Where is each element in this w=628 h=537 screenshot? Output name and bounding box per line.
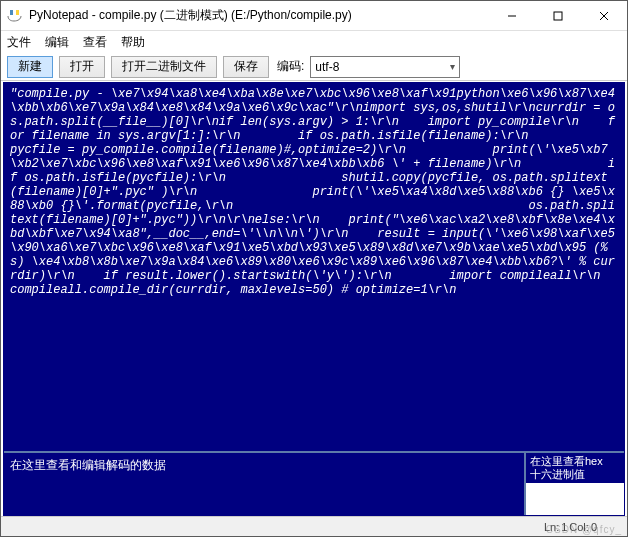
- status-ln-label: Ln:: [544, 521, 559, 533]
- menu-edit[interactable]: 编辑: [45, 34, 69, 51]
- content-area: "compile.py - \xe7\x94\xa8\xe4\xba\x8e\x…: [3, 82, 625, 516]
- text-editor[interactable]: "compile.py - \xe7\x94\xa8\xe4\xba\x8e\x…: [4, 83, 624, 451]
- hex-line1: 在这里查看hex: [530, 455, 620, 468]
- save-button[interactable]: 保存: [223, 56, 269, 78]
- hex-pane: 在这里查看hex 十六进制值: [524, 453, 624, 515]
- encoding-label: 编码:: [277, 58, 304, 75]
- encoding-value: utf-8: [315, 60, 339, 74]
- status-col-value: 0: [591, 521, 597, 533]
- hex-header: 在这里查看hex 十六进制值: [526, 453, 624, 483]
- statusbar: Ln: 1 Col: 0: [1, 516, 627, 536]
- close-button[interactable]: [581, 1, 627, 31]
- status-col-label: Col:: [569, 521, 589, 533]
- encoding-select[interactable]: utf-8 ▾: [310, 56, 460, 78]
- open-binary-button[interactable]: 打开二进制文件: [111, 56, 217, 78]
- status-ln-value: 1: [561, 521, 567, 533]
- menu-file[interactable]: 文件: [7, 34, 31, 51]
- menu-view[interactable]: 查看: [83, 34, 107, 51]
- hex-body[interactable]: [526, 483, 624, 515]
- open-button[interactable]: 打开: [59, 56, 105, 78]
- svg-rect-1: [554, 12, 562, 20]
- hex-line2: 十六进制值: [530, 468, 620, 481]
- toolbar: 新建 打开 打开二进制文件 保存 编码: utf-8 ▾: [1, 53, 627, 81]
- titlebar: PyNotepad - compile.py (二进制模式) (E:/Pytho…: [1, 1, 627, 31]
- chevron-down-icon: ▾: [450, 61, 455, 72]
- new-button[interactable]: 新建: [7, 56, 53, 78]
- menubar: 文件 编辑 查看 帮助: [1, 31, 627, 53]
- bottom-panes: 在这里查看和编辑解码的数据 在这里查看hex 十六进制值: [4, 451, 624, 515]
- app-icon: [7, 8, 23, 24]
- minimize-button[interactable]: [489, 1, 535, 31]
- decode-pane[interactable]: 在这里查看和编辑解码的数据: [4, 453, 524, 515]
- window-title: PyNotepad - compile.py (二进制模式) (E:/Pytho…: [29, 7, 489, 24]
- menu-help[interactable]: 帮助: [121, 34, 145, 51]
- maximize-button[interactable]: [535, 1, 581, 31]
